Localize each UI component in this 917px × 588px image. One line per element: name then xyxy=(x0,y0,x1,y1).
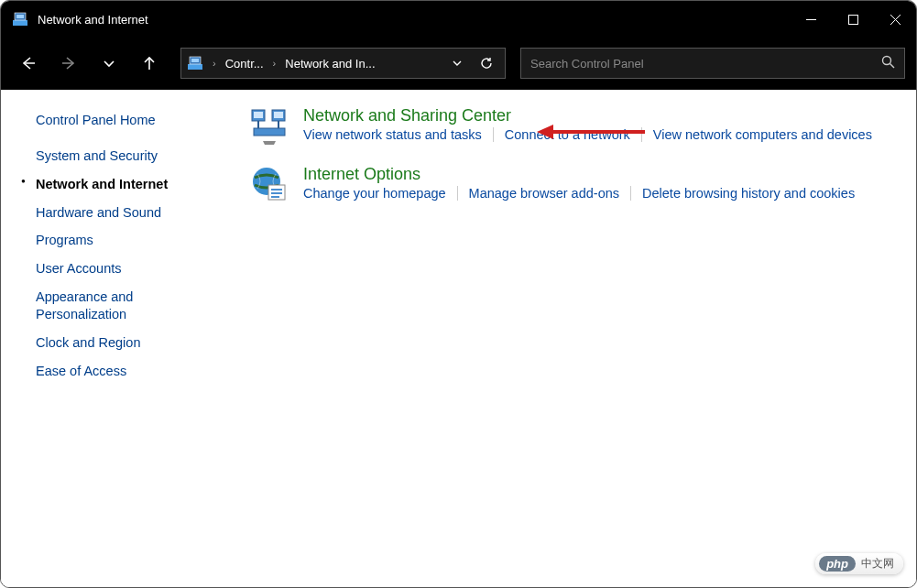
svg-rect-16 xyxy=(254,112,263,118)
minimize-button[interactable] xyxy=(790,1,832,38)
refresh-button[interactable] xyxy=(474,50,499,76)
svg-point-13 xyxy=(883,57,891,65)
sidebar-item-programs[interactable]: Programs xyxy=(1,226,221,255)
link-view-network-status[interactable]: View network status and tasks xyxy=(303,127,493,142)
watermark-text: 中文网 xyxy=(861,556,894,572)
sidebar-item-network-internet[interactable]: Network and Internet xyxy=(1,170,221,199)
maximize-button[interactable] xyxy=(832,1,874,38)
app-icon xyxy=(12,11,28,27)
link-connect-network[interactable]: Connect to a network xyxy=(494,127,641,142)
category-internet-options: Internet Options Change your homepage Ma… xyxy=(250,165,889,203)
sidebar-item-hardware-sound[interactable]: Hardware and Sound xyxy=(1,199,221,227)
sidebar-item-clock-region[interactable]: Clock and Region xyxy=(1,329,221,357)
chevron-right-icon[interactable]: › xyxy=(211,58,218,69)
content-area: Control Panel Home System and Security N… xyxy=(1,90,916,587)
category-title-network-sharing[interactable]: Network and Sharing Center xyxy=(303,106,511,125)
window-title: Network and Internet xyxy=(38,13,148,27)
svg-rect-10 xyxy=(188,64,202,70)
address-bar[interactable]: › Contr... › Network and In... xyxy=(180,48,506,79)
address-icon xyxy=(187,55,203,71)
link-delete-history[interactable]: Delete browsing history and cookies xyxy=(631,186,866,201)
up-button[interactable] xyxy=(133,47,166,80)
svg-rect-12 xyxy=(191,59,199,62)
forward-button[interactable] xyxy=(52,47,85,80)
recent-locations-button[interactable] xyxy=(93,47,126,80)
address-dropdown-button[interactable] xyxy=(444,50,470,76)
svg-rect-0 xyxy=(13,20,27,26)
internet-options-icon xyxy=(250,165,289,203)
category-network-sharing: Network and Sharing Center View network … xyxy=(250,106,889,145)
svg-rect-19 xyxy=(254,128,285,136)
close-button[interactable] xyxy=(874,1,916,38)
breadcrumb-control-panel[interactable]: Contr... xyxy=(222,57,267,71)
category-title-internet-options[interactable]: Internet Options xyxy=(303,165,420,184)
watermark: php 中文网 xyxy=(815,553,903,574)
search-icon[interactable] xyxy=(881,55,895,71)
back-button[interactable] xyxy=(12,47,45,80)
sidebar-item-ease-access[interactable]: Ease of Access xyxy=(1,357,221,386)
search-box[interactable] xyxy=(520,48,905,79)
title-bar: Network and Internet xyxy=(1,1,916,38)
svg-rect-2 xyxy=(16,15,24,18)
main-panel: Network and Sharing Center View network … xyxy=(221,90,916,587)
sidebar-item-user-accounts[interactable]: User Accounts xyxy=(1,255,221,283)
chevron-right-icon[interactable]: › xyxy=(271,58,278,69)
network-sharing-icon xyxy=(250,106,289,145)
sidebar: Control Panel Home System and Security N… xyxy=(1,90,221,587)
sidebar-item-system-security[interactable]: System and Security xyxy=(1,142,221,170)
watermark-badge: php xyxy=(819,556,856,572)
navigation-toolbar: › Contr... › Network and In... xyxy=(1,38,916,90)
sidebar-item-appearance[interactable]: Appearance and Personalization xyxy=(1,283,221,329)
search-input[interactable] xyxy=(530,57,881,71)
link-view-network-computers[interactable]: View network computers and devices xyxy=(642,127,883,142)
breadcrumb-network-internet[interactable]: Network and In... xyxy=(281,57,378,71)
svg-rect-18 xyxy=(274,112,283,118)
link-manage-addons[interactable]: Manage browser add-ons xyxy=(458,186,630,201)
svg-line-14 xyxy=(890,64,895,69)
link-change-homepage[interactable]: Change your homepage xyxy=(303,186,457,201)
svg-rect-4 xyxy=(848,15,857,24)
sidebar-home[interactable]: Control Panel Home xyxy=(1,106,221,142)
